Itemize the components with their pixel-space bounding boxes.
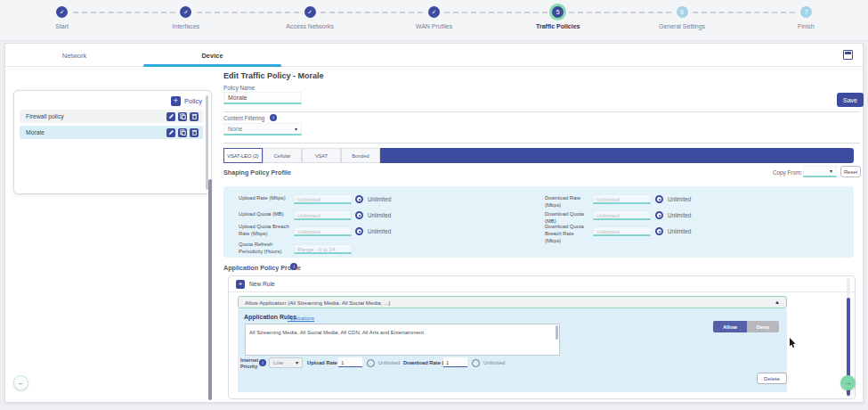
next-button[interactable]: → [840, 375, 856, 390]
scope-tabs: Network Device [5, 44, 863, 67]
check-icon: ✓ [60, 9, 65, 15]
field-label: Upload Rate (Mbps) [239, 195, 290, 202]
allow-deny-toggle: Allow Deny [713, 321, 779, 332]
check-icon: ✓ [307, 9, 312, 15]
applications-link[interactable]: Applications [288, 316, 314, 321]
step-circle: ✓ [428, 6, 440, 18]
unlimited-radio[interactable] [355, 195, 363, 203]
rule-download-rate-input[interactable] [443, 357, 467, 367]
application-rules-textarea[interactable]: All Streaming Media, All Social Media, A… [245, 324, 560, 356]
content-filtering-value: None [228, 126, 242, 132]
add-policy-button[interactable]: + Policy [171, 96, 202, 106]
editor-scrollbar[interactable] [208, 179, 212, 400]
step-circle: 7 [800, 6, 812, 18]
download-unlimited-radio[interactable] [472, 359, 480, 367]
info-icon[interactable]: i [270, 114, 277, 121]
rule-accordion-header[interactable]: Allow Application (All Streaming Media, … [238, 296, 787, 308]
tabbar-filler [380, 148, 854, 163]
field-label: Quota Refresh Periodicity (Hours) [239, 242, 290, 256]
priority-row: Internet Priority i Low ▾ Upload Rate (M… [238, 357, 781, 372]
step-general-settings[interactable]: 6 General Settings [620, 0, 743, 40]
field-row: Quota Refresh Periodicity (Hours) [239, 241, 417, 257]
step-interfaces[interactable]: ✓ Interfaces [124, 0, 247, 40]
content-filtering-label: Content Filtering [223, 115, 264, 121]
unlimited-radio[interactable] [655, 211, 663, 219]
copy-from-select[interactable]: ▾ [803, 166, 837, 177]
unlimited-radio[interactable] [655, 195, 663, 203]
chevron-down-icon: ▾ [830, 168, 832, 174]
tab-vsat[interactable]: VSAT [302, 148, 341, 163]
step-number: 7 [804, 9, 807, 15]
policy-list-scrollbar[interactable] [206, 95, 208, 190]
upload-quota-input[interactable] [294, 210, 352, 220]
copy-icon[interactable] [178, 128, 187, 137]
divider [223, 143, 860, 144]
divider [223, 111, 860, 112]
radio-label: Unlimited [368, 228, 391, 234]
download-breach-rate-input[interactable] [593, 226, 651, 236]
info-icon[interactable]: i [290, 263, 297, 270]
policy-name: Firewall policy [20, 113, 166, 119]
tab-bonded[interactable]: Bonded [341, 148, 380, 163]
deny-button[interactable]: Deny [747, 321, 779, 332]
step-circle: ✓ [56, 6, 68, 18]
quota-refresh-input[interactable] [294, 244, 352, 254]
unlimited-radio[interactable] [655, 227, 663, 235]
content-filtering-select[interactable]: None ▾ [223, 123, 302, 135]
step-finish[interactable]: 7 Finish [744, 0, 868, 40]
tab-network[interactable]: Network [5, 44, 143, 67]
delete-icon[interactable] [190, 112, 199, 121]
check-icon: ✓ [432, 9, 437, 15]
field-row: Upload Quota Breach Rate (Mbps) Unlimite… [239, 223, 417, 241]
save-button[interactable]: Save [837, 93, 864, 107]
step-access-networks[interactable]: ✓ Access Networks [248, 0, 372, 40]
expand-window-icon[interactable] [843, 50, 853, 60]
delete-button[interactable]: Delete [757, 373, 787, 384]
priority-select[interactable]: Low ▾ [269, 357, 303, 368]
copy-icon[interactable] [178, 112, 187, 121]
policy-list-item-selected[interactable]: Morale [20, 126, 203, 139]
internet-priority-label: Internet Priority [240, 357, 260, 370]
unlimited-radio[interactable] [355, 227, 363, 235]
step-number: 5 [556, 9, 560, 15]
textarea-scrollbar[interactable] [556, 325, 558, 340]
policy-list-item[interactable]: Firewall policy [20, 110, 203, 123]
field-row: Upload Rate (Mbps) Unlimited [239, 194, 417, 210]
app-window: ✓ Start ✓ Interfaces ✓ Access Networks ✓… [0, 0, 868, 410]
step-label: Access Networks [286, 23, 334, 29]
tab-vsat-leo[interactable]: VSAT-LEO (2) [223, 148, 263, 163]
radio-label: Unlimited [668, 196, 691, 202]
field-label: Upload Quota (MB) [239, 211, 290, 218]
step-start[interactable]: ✓ Start [0, 0, 124, 40]
step-label: General Settings [659, 23, 705, 29]
allow-button[interactable]: Allow [713, 321, 747, 332]
back-button[interactable]: ← [13, 375, 28, 390]
unlimited-radio[interactable] [355, 211, 363, 219]
edit-icon[interactable] [166, 112, 175, 121]
new-rule-button[interactable]: + New Rule [229, 276, 855, 292]
delete-icon[interactable] [190, 128, 199, 137]
policy-name: Morale [20, 129, 166, 135]
rule-accordion-body: Application Rules Applications All Strea… [238, 308, 787, 392]
upload-unlimited-radio[interactable] [367, 359, 375, 367]
reset-button[interactable]: Reset [840, 166, 861, 177]
page-title: Edit Traffic Policy - Morale [223, 71, 324, 80]
step-label: WAN Profiles [416, 23, 452, 29]
radio-label: Unlimited [378, 360, 400, 365]
info-icon[interactable]: i [259, 359, 266, 366]
policy-name-label: Policy Name [223, 85, 255, 91]
upload-rate-input[interactable] [294, 194, 352, 204]
shaping-profile-panel: Upload Rate (Mbps) Unlimited Upload Quot… [223, 186, 854, 258]
policy-name-input[interactable] [223, 92, 302, 104]
tab-cellular[interactable]: Cellular [263, 148, 302, 163]
upload-breach-rate-input[interactable] [294, 226, 352, 236]
step-wan-profiles[interactable]: ✓ WAN Profiles [372, 0, 496, 40]
main-panel: Network Device + Policy Firewall policy … [4, 43, 864, 403]
step-circle: ✓ [180, 6, 191, 18]
download-quota-input[interactable] [593, 210, 651, 220]
step-traffic-policies[interactable]: 5 Traffic Policies [496, 0, 620, 40]
rule-upload-rate-input[interactable] [338, 357, 362, 367]
download-rate-input[interactable] [593, 194, 651, 204]
application-heading: Application Policy Profile [223, 264, 301, 272]
edit-icon[interactable] [166, 128, 175, 137]
